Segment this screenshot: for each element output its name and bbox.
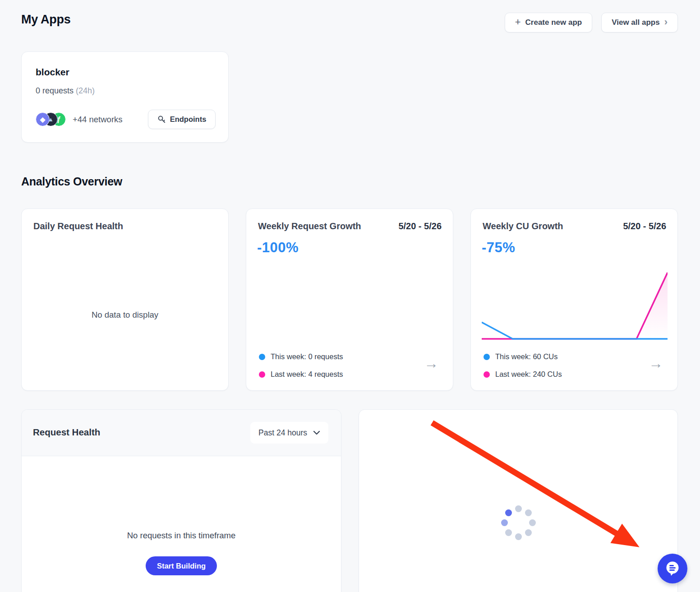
daily-request-health-card: Daily Request Health No data to display	[21, 208, 229, 391]
create-new-app-label: Create new app	[525, 18, 582, 27]
endpoints-label: Endpoints	[170, 115, 207, 124]
weekly-requests-title: Weekly Request Growth	[258, 221, 361, 231]
legend-last-week-label: Last week: 4 requests	[271, 370, 343, 379]
loading-spinner-icon	[498, 502, 539, 543]
app-networks-row: ◆ ▲ ƒ +44 networks	[36, 112, 123, 127]
pink-dot-icon	[259, 371, 265, 378]
network-icon-stack: ◆ ▲ ƒ	[36, 112, 79, 127]
endpoints-button[interactable]: Endpoints	[148, 110, 216, 129]
request-health-title: Request Health	[33, 427, 100, 438]
pink-dot-icon	[484, 371, 490, 378]
more-networks-label: +44 networks	[73, 115, 123, 125]
app-card-blocker[interactable]: blocker 0 requests (24h) ◆ ▲ ƒ +44 netwo…	[21, 51, 229, 143]
details-arrow-icon[interactable]: →	[649, 356, 663, 370]
chevron-down-icon	[313, 430, 320, 435]
timeframe-dropdown[interactable]: Past 24 hours	[250, 422, 328, 444]
create-new-app-button[interactable]: + Create new app	[505, 13, 593, 32]
weekly-cu-date-range: 5/20 - 5/26	[623, 221, 666, 231]
loading-card	[359, 409, 678, 592]
weekly-request-growth-card: Weekly Request Growth 5/20 - 5/26 -100% …	[246, 208, 453, 391]
legend-this-week: This week: 60 CUs	[484, 352, 557, 361]
timeframe-value: Past 24 hours	[258, 428, 307, 438]
weekly-cu-title: Weekly CU Growth	[483, 221, 563, 231]
legend-this-week: This week: 0 requests	[259, 352, 343, 361]
request-health-card: Request Health Past 24 hours No requests…	[21, 409, 341, 592]
blue-dot-icon	[259, 354, 265, 360]
chat-bubble-icon	[664, 560, 681, 577]
legend-last-week: Last week: 4 requests	[259, 370, 343, 379]
daily-card-title: Daily Request Health	[33, 221, 123, 231]
start-building-button[interactable]: Start Building	[146, 556, 217, 575]
app-requests-count: 0 requests (24h)	[36, 86, 95, 96]
weekly-requests-change: -100%	[257, 240, 299, 256]
topbar-actions: + Create new app View all apps ›	[505, 13, 678, 32]
legend-last-week-label: Last week: 240 CUs	[495, 370, 562, 379]
daily-empty-text: No data to display	[22, 310, 228, 320]
view-all-apps-label: View all apps	[612, 18, 659, 27]
view-all-apps-button[interactable]: View all apps ›	[601, 13, 678, 32]
app-requests-period: (24h)	[76, 86, 95, 95]
legend-this-week-label: This week: 60 CUs	[495, 352, 557, 361]
dashboard-page: My Apps + Create new app View all apps ›…	[0, 0, 700, 592]
chevron-right-icon: ›	[664, 17, 668, 27]
topbar: My Apps + Create new app View all apps ›	[21, 13, 678, 32]
blue-dot-icon	[484, 354, 490, 360]
key-icon	[157, 115, 166, 124]
request-health-empty-text: No requests in this timeframe	[22, 531, 341, 541]
details-arrow-icon[interactable]: →	[424, 356, 438, 370]
cu-growth-line-chart	[482, 271, 668, 342]
plus-icon: +	[515, 17, 521, 27]
chat-support-button[interactable]	[658, 554, 687, 583]
weekly-requests-date-range: 5/20 - 5/26	[398, 221, 442, 231]
ethereum-network-icon: ◆	[36, 112, 50, 126]
app-name: blocker	[36, 67, 69, 78]
analytics-overview-heading: Analytics Overview	[21, 175, 122, 188]
page-title: My Apps	[21, 13, 70, 27]
legend-this-week-label: This week: 0 requests	[271, 352, 343, 361]
legend-last-week: Last week: 240 CUs	[484, 370, 562, 379]
weekly-cu-growth-card: Weekly CU Growth 5/20 - 5/26 -75% This w…	[470, 208, 678, 391]
weekly-cu-change: -75%	[482, 240, 515, 256]
request-health-header: Request Health Past 24 hours	[22, 410, 341, 456]
